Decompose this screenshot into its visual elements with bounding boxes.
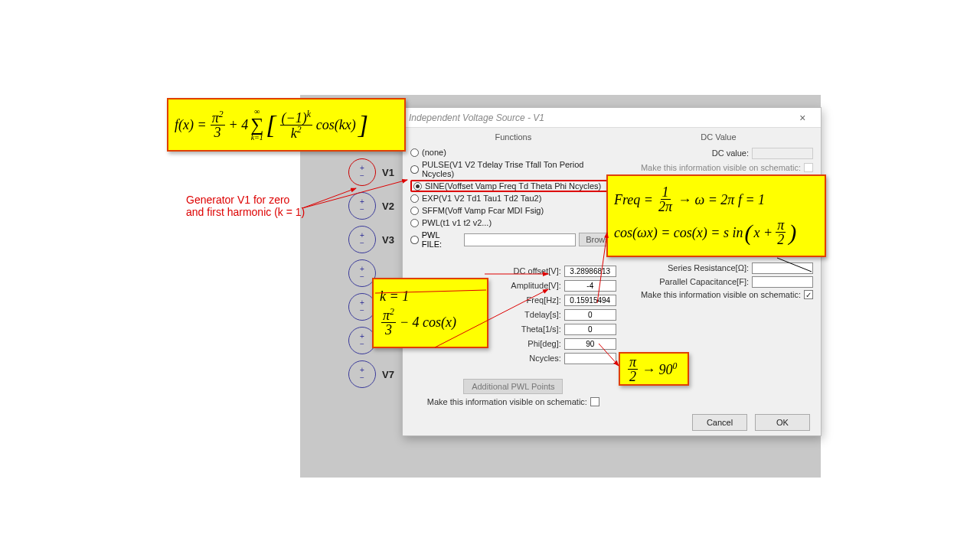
make-visible-rc: Make this information visible on schemat… — [624, 290, 813, 299]
series-resistance-input[interactable] — [752, 262, 813, 274]
radio-icon — [410, 194, 419, 203]
functions-header: Functions — [410, 131, 616, 146]
radio-icon — [410, 236, 419, 244]
annotation-fourier-formula: f(x) = π23 + 4 ∞∑k=1 [ (−1)kk2 cos(kx) ] — [167, 98, 406, 152]
amplitude-input[interactable] — [564, 280, 616, 292]
vsource-symbol: +− — [348, 158, 376, 186]
ncycles-input[interactable] — [564, 353, 616, 364]
dialog-title: Independent Voltage Source - V1 — [409, 112, 544, 123]
annotation-pi-over-2: π2 → 900 — [619, 352, 689, 386]
additional-pwl-button[interactable]: Additional PWL Points — [463, 379, 563, 394]
vsource-label: V7 — [382, 369, 394, 380]
checkbox[interactable]: ✓ — [804, 290, 813, 299]
radio-icon — [410, 207, 419, 215]
radio-icon — [413, 182, 422, 191]
vsource-symbol: +− — [348, 226, 376, 253]
ok-button[interactable]: OK — [755, 414, 810, 431]
make-visible-left: Make this information visible on schemat… — [410, 397, 616, 406]
radio-pulse[interactable]: PULSE(V1 V2 Tdelay Trise Tfall Ton Perio… — [410, 158, 616, 180]
cancel-button[interactable]: Cancel — [692, 414, 747, 431]
theta-input[interactable] — [564, 324, 616, 335]
freq-input[interactable] — [564, 295, 616, 306]
annotation-generator-text: Generator V1 for zero and first harmonic… — [186, 194, 305, 218]
voltage-source-v3[interactable]: +− V3 — [348, 223, 394, 256]
radio-sine[interactable]: SINE(Voffset Vamp Freq Td Theta Phi Ncyc… — [410, 180, 616, 192]
dialog-titlebar[interactable]: Independent Voltage Source - V1 × — [403, 108, 821, 128]
vsource-label: V3 — [382, 234, 394, 246]
pwl-file-input[interactable] — [464, 233, 576, 246]
radio-none[interactable]: (none) — [410, 146, 616, 158]
phi-input[interactable] — [564, 338, 616, 350]
checkbox[interactable] — [590, 397, 599, 406]
radio-exp[interactable]: EXP(V1 V2 Td1 Tau1 Td2 Tau2) — [410, 192, 616, 204]
annotation-freq-identity: Freq = 12π → ω = 2π f = 1 cos(ωx) = cos(… — [606, 174, 826, 257]
make-visible-dc: Make this information visible on schemat… — [624, 163, 813, 172]
radio-icon — [410, 148, 419, 157]
voltage-sources-column: +− V1 +− V2 +− V3 +− +− +− V6 +− — [348, 155, 394, 391]
dc-value-row: DC value: — [624, 146, 813, 160]
close-icon[interactable]: × — [790, 112, 815, 124]
functions-panel: Functions (none) PULSE(V1 V2 Tdelay Tris… — [410, 131, 616, 406]
voltage-source-v2[interactable]: +− V2 — [348, 189, 394, 223]
radio-icon — [410, 165, 419, 174]
dc-value-input[interactable] — [752, 148, 813, 159]
vsource-symbol: +− — [348, 192, 376, 220]
dialog-footer: Cancel OK — [403, 409, 821, 435]
vsource-symbol: +− — [348, 360, 376, 388]
checkbox[interactable] — [804, 163, 813, 172]
tdelay-input[interactable] — [564, 309, 616, 321]
annotation-k1-term: k = 1 π23 − 4 cos(x) — [372, 278, 488, 348]
voltage-source-dialog: Independent Voltage Source - V1 × Functi… — [402, 107, 822, 436]
radio-pwl[interactable]: PWL(t1 v1 t2 v2...) — [410, 217, 616, 229]
voltage-source-v7[interactable]: +− V7 — [348, 357, 394, 391]
parallel-capacitance-input[interactable] — [752, 276, 813, 288]
radio-pwl-file[interactable]: PWL FILE: Brows — [410, 229, 616, 250]
vsource-label: V2 — [382, 201, 394, 212]
radio-icon — [410, 219, 419, 227]
radio-sffm[interactable]: SFFM(Voff Vamp Fcar MDI Fsig) — [410, 204, 616, 217]
voltage-source-v1[interactable]: +− V1 — [348, 155, 394, 189]
dc-value-header: DC Value — [624, 131, 813, 146]
vsource-label: V1 — [382, 167, 394, 178]
dc-offset-input[interactable] — [564, 266, 616, 277]
